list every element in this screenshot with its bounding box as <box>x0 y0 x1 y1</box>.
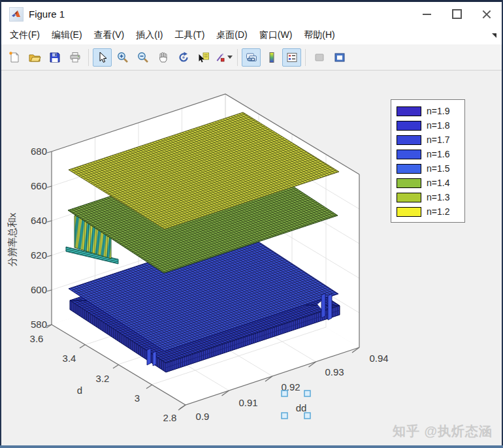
legend-label: n=1.6 <box>427 149 449 159</box>
legend-swatch <box>397 121 421 131</box>
d-axis-label[interactable]: d <box>77 385 82 396</box>
brush-icon <box>215 51 226 64</box>
hide-plot-tools-icon <box>313 51 326 64</box>
menu-tools[interactable]: 工具(T) <box>169 27 210 44</box>
colorbar-icon <box>265 51 278 64</box>
print-figure-icon <box>69 51 82 64</box>
data-cursor-icon <box>197 51 210 64</box>
legend-label: n=1.8 <box>427 120 449 131</box>
d-tick: 3 <box>135 392 140 404</box>
z-tick: 620 <box>31 249 47 261</box>
dd-tick: 0.9 <box>196 411 210 422</box>
zoom-out-icon <box>137 51 150 64</box>
zoom-in-button[interactable] <box>113 48 132 67</box>
menubar: 文件(F) 编辑(E) 查看(V) 插入(I) 工具(T) 桌面(D) 窗口(W… <box>1 26 502 44</box>
legend-label: n=1.3 <box>427 192 449 202</box>
legend-icon <box>285 51 299 64</box>
new-figure-icon <box>8 51 21 64</box>
open-file-icon <box>28 51 41 64</box>
z-tick: 580 <box>31 319 47 330</box>
legend-item: n=1.9 <box>397 104 459 118</box>
titlebar: Figure 1 <box>1 2 502 26</box>
z-tick: 640 <box>31 215 47 226</box>
menu-file[interactable]: 文件(F) <box>4 27 46 44</box>
brush-dropdown-icon[interactable] <box>227 56 233 59</box>
close-button[interactable] <box>472 2 502 26</box>
close-icon <box>482 10 491 19</box>
insert-colorbar-button[interactable] <box>262 48 281 67</box>
legend-item: n=1.8 <box>397 118 459 133</box>
new-figure-button[interactable] <box>5 48 24 67</box>
menu-insert[interactable]: 插入(I) <box>130 27 169 44</box>
pan-hand-icon <box>157 51 170 64</box>
dd-tick: 0.94 <box>369 353 388 364</box>
edit-arrow-button[interactable] <box>93 48 112 67</box>
hide-plot-tools-button <box>310 48 329 67</box>
d-tick: 3.6 <box>30 333 44 344</box>
arrow-cursor-icon <box>96 51 109 64</box>
z-tick: 680 <box>31 146 47 157</box>
zoom-out-button[interactable] <box>133 48 152 67</box>
matlab-logo-icon <box>9 7 24 22</box>
legend-item: n=1.5 <box>397 161 459 176</box>
show-plot-tools-dock-button[interactable] <box>330 48 349 67</box>
legend-swatch <box>397 164 421 174</box>
toolbar-separator <box>305 49 306 66</box>
legend-label: n=1.9 <box>427 106 449 116</box>
maximize-button[interactable] <box>442 2 472 26</box>
z-tick: 660 <box>31 180 47 191</box>
d-tick: 2.8 <box>163 412 177 423</box>
legend-item: n=1.7 <box>397 133 459 147</box>
d-tick: 3.4 <box>63 353 76 364</box>
legend-label: n=1.5 <box>427 163 449 174</box>
minimize-icon <box>423 14 431 15</box>
legend[interactable]: n=1.9 n=1.8 n=1.7 n=1.6 n=1.5 n=1.4 n=1.… <box>391 99 465 223</box>
menu-edit[interactable]: 编辑(E) <box>46 27 88 44</box>
dock-figure-icon <box>333 51 346 64</box>
minimize-button[interactable] <box>412 2 442 26</box>
print-figure-button[interactable] <box>65 48 84 67</box>
legend-swatch <box>397 207 421 217</box>
legend-label: n=1.4 <box>427 178 449 188</box>
link-plot-button[interactable] <box>242 48 261 67</box>
save-figure-button[interactable] <box>45 48 64 67</box>
data-cursor-button[interactable] <box>194 48 213 67</box>
maximize-icon <box>452 9 462 19</box>
toolbar <box>1 44 502 71</box>
menu-window[interactable]: 窗口(W) <box>253 27 299 44</box>
watermark: 知乎 @执炘态涵 <box>393 423 493 440</box>
window-border-bottom <box>0 445 503 448</box>
figure-window: Figure 1 文件(F) 编辑(E) 查看(V) 插入(I) 工具(T) 桌… <box>0 0 503 448</box>
rotate-3d-icon <box>177 51 190 64</box>
z-axis-label[interactable]: 分辨率总和x <box>7 212 18 266</box>
menubar-overflow-icon[interactable] <box>492 33 496 38</box>
link-plot-icon <box>245 51 258 64</box>
menu-desktop[interactable]: 桌面(D) <box>210 27 253 44</box>
legend-item: n=1.2 <box>397 204 459 219</box>
rotate-3d-button[interactable] <box>174 48 193 67</box>
dd-tick: 0.91 <box>238 397 257 408</box>
pan-button[interactable] <box>154 48 172 67</box>
menu-view[interactable]: 查看(V) <box>88 27 131 44</box>
insert-legend-button[interactable] <box>282 48 301 67</box>
dd-axis-label[interactable]: dd <box>296 402 307 413</box>
open-file-button[interactable] <box>25 48 44 67</box>
legend-item: n=1.4 <box>397 176 459 190</box>
save-figure-icon <box>48 51 61 64</box>
legend-swatch <box>397 106 421 116</box>
legend-swatch <box>397 135 421 145</box>
legend-swatch <box>397 178 421 188</box>
toolbar-separator <box>88 49 89 66</box>
brush-button[interactable] <box>214 48 233 67</box>
z-tick: 600 <box>31 284 47 295</box>
window-title: Figure 1 <box>29 8 65 20</box>
legend-item: n=1.6 <box>397 147 459 161</box>
dd-tick: 0.93 <box>325 366 344 377</box>
zoom-in-icon <box>116 51 129 64</box>
legend-item: n=1.3 <box>397 190 459 204</box>
legend-label: n=1.7 <box>427 135 449 145</box>
legend-swatch <box>397 150 421 159</box>
menu-help[interactable]: 帮助(H) <box>298 27 340 44</box>
toolbar-separator <box>237 49 238 66</box>
figure-canvas: 580 600 620 640 660 680 3.6 3.4 3.2 3 2.… <box>1 71 502 445</box>
